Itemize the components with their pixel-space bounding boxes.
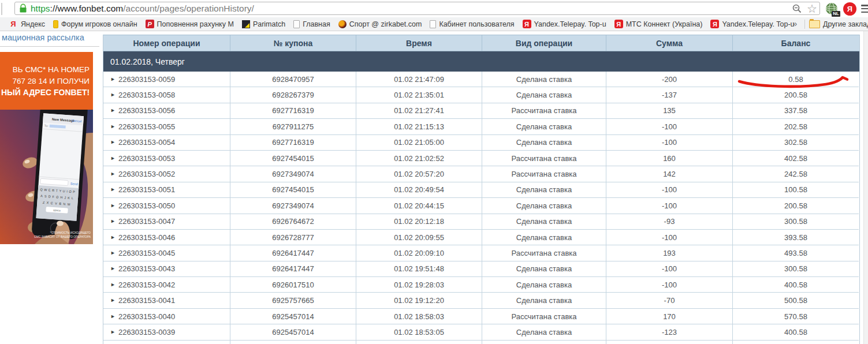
yandex-letter-favicon-icon: Я — [9, 20, 18, 29]
expand-arrow-icon[interactable]: ► — [110, 156, 116, 161]
balance: 400.58 — [733, 277, 859, 293]
operation-time: 01.02 21:47:09 — [356, 72, 482, 87]
yandex-extension-icon[interactable]: Я — [843, 2, 856, 16]
bookmark-item[interactable]: ЯYandex.Telepay. Top-u — [706, 17, 795, 31]
sms-ad-banner[interactable]: ВЬ СМС* НА НОМЕР 767 28 14 И ПОЛУЧИ НЫЙ … — [0, 52, 93, 245]
operation-number-cell: ►226303153-0059 — [103, 72, 230, 87]
table-row[interactable]: ►226303153-0055692791127501.02 21:15:13С… — [103, 119, 859, 134]
url-host: ://www.fonbet.com — [50, 3, 124, 13]
balance: 200.58 — [733, 87, 859, 103]
table-row[interactable]: ►226303153-0047692676467201.02 20:12:18С… — [103, 214, 859, 230]
expand-arrow-icon[interactable]: ► — [110, 314, 116, 319]
amount: -123 — [606, 324, 733, 340]
coupon-number: 6928267379 — [230, 87, 356, 103]
operation-time: 01.02 21:27:41 — [356, 103, 482, 119]
bookmark-item[interactable]: ЯМТС Коннект (Україна) — [610, 17, 707, 31]
table-row[interactable]: ►226303153-0059692847095701.02 21:47:09С… — [103, 72, 859, 87]
bookmark-star-icon[interactable]: ☆ — [807, 3, 817, 14]
table-row[interactable]: ►226303153-0045692641744701.02 20:09:10Р… — [103, 245, 859, 261]
bookmark-label: Форум игроков онлайн — [61, 20, 137, 28]
operations-table: Номер операции № купона Время Вид операц… — [103, 35, 860, 344]
table-row[interactable]: ►226303153-0056692771631901.02 21:27:41Р… — [103, 103, 859, 119]
table-row[interactable]: ►226303153-0054692771631901.02 21:05:00С… — [103, 135, 859, 151]
amount: -100 — [606, 261, 733, 277]
bookmark-item[interactable]: Кабинет пользователя — [426, 17, 518, 31]
amount: -100 — [606, 230, 733, 245]
proxy-globe-icon[interactable]: NL — [825, 2, 839, 16]
bookmark-item[interactable]: Parimatch — [238, 17, 289, 31]
url-path: /account/pages/operationHistory/ — [123, 3, 254, 13]
expand-arrow-icon[interactable]: ► — [110, 282, 116, 287]
table-row[interactable]: ►226303153-0042692601751001.02 19:28:03С… — [103, 277, 859, 293]
bookmark-item[interactable]: Спорт @ zirkabet.com — [334, 17, 426, 31]
expand-arrow-icon[interactable]: ► — [110, 108, 116, 113]
expand-arrow-icon[interactable]: ► — [110, 140, 116, 145]
balance: 242.58 — [733, 166, 859, 182]
operation-type: Рассчитана ставка — [482, 103, 606, 119]
table-row[interactable]: ►226303153-0053692745401501.02 21:02:52Р… — [103, 151, 859, 166]
operation-type: Сделана ставка — [482, 230, 606, 245]
operation-number-cell: ►226303153-0052 — [103, 166, 230, 182]
expand-arrow-icon[interactable]: ► — [110, 235, 116, 240]
ball-favicon-icon — [338, 20, 347, 28]
table-row[interactable]: ►226303153-0058692826737901.02 21:35:01С… — [103, 87, 859, 103]
bookmark-item[interactable]: ЯYandex.Telepay. Top-u — [519, 17, 610, 31]
expand-arrow-icon[interactable]: ► — [110, 124, 116, 129]
expand-arrow-icon[interactable]: ► — [110, 219, 116, 224]
operation-type: Рассчитана ставка — [482, 166, 606, 182]
expand-arrow-icon[interactable]: ► — [110, 203, 116, 208]
bookmark-item[interactable]: Форум игроков онлайн — [49, 17, 141, 31]
proxy-badge: NL — [832, 11, 840, 17]
url-text[interactable]: https://www.fonbet.com/account/pages/ope… — [31, 3, 792, 14]
other-bookmarks-button[interactable]: Другие закладки — [809, 17, 868, 31]
amount: -100 — [606, 182, 733, 198]
sidebar-divider — [0, 46, 99, 47]
operation-type: Сделана ставка — [482, 119, 606, 134]
expand-arrow-icon[interactable]: ► — [110, 330, 116, 335]
coupon-number: 6926417447 — [230, 261, 356, 277]
bookmarks-overflow-icon[interactable]: » — [792, 18, 797, 28]
url-bar[interactable]: https://www.fonbet.com/account/pages/ope… — [14, 2, 820, 15]
page-favicon-icon — [430, 20, 436, 28]
bookmark-item[interactable]: Главная — [289, 17, 334, 31]
zoom-icon[interactable] — [792, 3, 802, 14]
operation-number-cell: ►226303153-0050 — [103, 198, 230, 214]
operation-number-cell: ►226303153-0054 — [103, 135, 230, 151]
amount: 160 — [606, 151, 733, 166]
expand-arrow-icon[interactable]: ► — [110, 298, 116, 303]
table-row[interactable]: ►226303153-0043692641744701.02 19:51:48С… — [103, 261, 859, 277]
page-favicon-icon — [293, 20, 300, 28]
expand-arrow-icon[interactable]: ► — [110, 187, 116, 192]
expand-arrow-icon[interactable]: ► — [110, 250, 116, 256]
balance: 400.58 — [733, 324, 859, 340]
bookmarks-bar: ЯЯндексФорум игроков онлайнPПоповнення р… — [0, 17, 868, 31]
bookmarks-list: ЯЯндексФорум игроков онлайнPПоповнення р… — [0, 17, 795, 31]
table-row[interactable]: ►226303153-0041692575766501.02 19:12:20С… — [103, 293, 859, 308]
amount: -100 — [606, 135, 733, 151]
table-row[interactable]: ►226303153-0039692545701401.02 18:53:05С… — [103, 324, 859, 340]
table-row[interactable]: ►226303153-0052692734907401.02 20:57:20Р… — [103, 166, 859, 182]
expand-arrow-icon[interactable]: ► — [110, 171, 116, 177]
page-scrollbar[interactable] — [863, 31, 868, 344]
expand-arrow-icon[interactable]: ► — [110, 77, 116, 82]
bookmark-item[interactable]: ЯЯндекс — [5, 17, 49, 31]
bookmark-item[interactable]: PПоповнення рахунку М — [141, 17, 238, 31]
menu-icon[interactable] — [861, 5, 868, 13]
operation-number-cell: ►226303153-0046 — [103, 230, 230, 245]
table-row[interactable]: ►226303153-0051692745401501.02 20:49:54С… — [103, 182, 859, 198]
table-row[interactable]: ►226303153-0046692672877701.02 20:09:55С… — [103, 230, 859, 245]
yellow-favicon-icon — [53, 20, 58, 28]
operation-time: 01.02 18:58:03 — [356, 309, 482, 324]
padlock-icon[interactable] — [19, 3, 27, 13]
coupon-number: 6926017510 — [230, 277, 356, 293]
sidebar-link-newsletter[interactable]: мационная рассылка — [2, 33, 84, 42]
coupon-number: 6925757665 — [230, 293, 356, 308]
expand-arrow-icon[interactable]: ► — [110, 266, 116, 271]
parimatch-favicon-icon — [242, 20, 250, 28]
coupon-number: 6926764672 — [230, 214, 356, 230]
table-row[interactable]: ►226303153-0050692734907401.02 20:44:15С… — [103, 198, 859, 214]
coupon-number: 6927716319 — [230, 103, 356, 119]
table-row[interactable]: ►226303153-0040692545701401.02 18:58:03Р… — [103, 309, 859, 324]
expand-arrow-icon[interactable]: ► — [110, 92, 116, 98]
header-operation-number: Номер операции — [103, 35, 230, 51]
